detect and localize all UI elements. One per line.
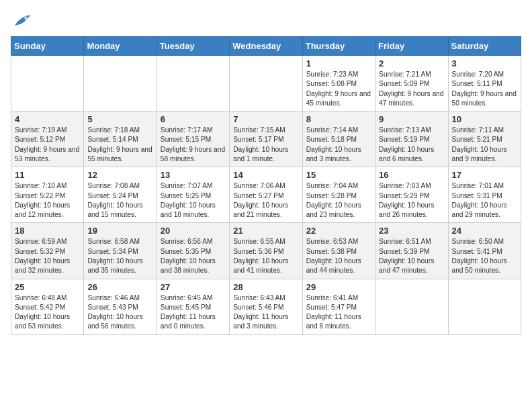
calendar-cell: 29Sunrise: 6:41 AM Sunset: 5:47 PM Dayli…: [302, 279, 375, 334]
day-info: Sunrise: 7:08 AM Sunset: 5:24 PM Dayligh…: [87, 181, 152, 220]
weekday-header: Friday: [375, 37, 448, 56]
day-number: 16: [379, 170, 444, 180]
calendar-cell: 19Sunrise: 6:58 AM Sunset: 5:34 PM Dayli…: [84, 223, 157, 279]
calendar-cell: 7Sunrise: 7:15 AM Sunset: 5:17 PM Daylig…: [230, 111, 302, 167]
day-info: Sunrise: 6:50 AM Sunset: 5:41 PM Dayligh…: [452, 237, 517, 275]
day-number: 15: [306, 170, 371, 180]
calendar-cell: 22Sunrise: 6:53 AM Sunset: 5:38 PM Dayli…: [302, 223, 375, 279]
logo: [11, 13, 31, 31]
calendar-table: SundayMondayTuesdayWednesdayThursdayFrid…: [11, 36, 521, 335]
weekday-header: Sunday: [11, 37, 84, 56]
day-number: 17: [452, 170, 517, 180]
day-number: 14: [233, 170, 298, 180]
day-number: 29: [306, 282, 371, 292]
calendar-cell: [375, 279, 448, 334]
calendar-cell: 27Sunrise: 6:45 AM Sunset: 5:45 PM Dayli…: [157, 279, 229, 334]
calendar-cell: [448, 279, 521, 334]
day-info: Sunrise: 7:23 AM Sunset: 5:08 PM Dayligh…: [306, 70, 371, 108]
day-number: 8: [306, 114, 371, 124]
calendar-cell: 6Sunrise: 7:17 AM Sunset: 5:15 PM Daylig…: [157, 111, 229, 167]
day-info: Sunrise: 7:10 AM Sunset: 5:22 PM Dayligh…: [15, 181, 80, 220]
day-number: 20: [161, 226, 226, 236]
day-info: Sunrise: 7:07 AM Sunset: 5:25 PM Dayligh…: [161, 181, 226, 220]
calendar-cell: 16Sunrise: 7:03 AM Sunset: 5:29 PM Dayli…: [375, 167, 448, 223]
calendar-cell: 15Sunrise: 7:04 AM Sunset: 5:28 PM Dayli…: [302, 167, 375, 223]
day-number: 5: [87, 114, 152, 124]
day-info: Sunrise: 7:20 AM Sunset: 5:11 PM Dayligh…: [452, 70, 517, 108]
day-info: Sunrise: 6:48 AM Sunset: 5:42 PM Dayligh…: [15, 293, 80, 332]
day-number: 21: [233, 226, 298, 236]
day-number: 18: [15, 226, 80, 236]
calendar-header-row: SundayMondayTuesdayWednesdayThursdayFrid…: [11, 37, 521, 56]
calendar-cell: [84, 56, 157, 111]
calendar-cell: 26Sunrise: 6:46 AM Sunset: 5:43 PM Dayli…: [84, 279, 157, 334]
calendar-week-row: 25Sunrise: 6:48 AM Sunset: 5:42 PM Dayli…: [11, 279, 521, 334]
day-info: Sunrise: 7:04 AM Sunset: 5:28 PM Dayligh…: [306, 181, 371, 220]
day-info: Sunrise: 6:46 AM Sunset: 5:43 PM Dayligh…: [87, 293, 152, 332]
day-info: Sunrise: 7:01 AM Sunset: 5:31 PM Dayligh…: [452, 181, 517, 220]
calendar-cell: 2Sunrise: 7:21 AM Sunset: 5:09 PM Daylig…: [375, 56, 448, 111]
day-number: 28: [233, 282, 298, 292]
calendar-week-row: 1Sunrise: 7:23 AM Sunset: 5:08 PM Daylig…: [11, 56, 521, 111]
day-info: Sunrise: 7:18 AM Sunset: 5:14 PM Dayligh…: [87, 126, 152, 164]
day-number: 23: [379, 226, 444, 236]
weekday-header: Tuesday: [157, 37, 229, 56]
day-info: Sunrise: 6:43 AM Sunset: 5:46 PM Dayligh…: [233, 293, 298, 332]
calendar-cell: 10Sunrise: 7:11 AM Sunset: 5:21 PM Dayli…: [448, 111, 521, 167]
day-info: Sunrise: 7:03 AM Sunset: 5:29 PM Dayligh…: [379, 181, 444, 220]
calendar-cell: 18Sunrise: 6:59 AM Sunset: 5:32 PM Dayli…: [11, 223, 84, 279]
calendar-cell: [157, 56, 229, 111]
calendar-cell: 13Sunrise: 7:07 AM Sunset: 5:25 PM Dayli…: [157, 167, 229, 223]
calendar-cell: 28Sunrise: 6:43 AM Sunset: 5:46 PM Dayli…: [230, 279, 302, 334]
day-number: 12: [87, 170, 152, 180]
calendar-cell: 24Sunrise: 6:50 AM Sunset: 5:41 PM Dayli…: [448, 223, 521, 279]
calendar-cell: 23Sunrise: 6:51 AM Sunset: 5:39 PM Dayli…: [375, 223, 448, 279]
day-info: Sunrise: 6:58 AM Sunset: 5:34 PM Dayligh…: [87, 237, 152, 275]
calendar-cell: 5Sunrise: 7:18 AM Sunset: 5:14 PM Daylig…: [84, 111, 157, 167]
calendar-cell: 20Sunrise: 6:56 AM Sunset: 5:35 PM Dayli…: [157, 223, 229, 279]
day-info: Sunrise: 7:19 AM Sunset: 5:12 PM Dayligh…: [15, 126, 80, 164]
calendar-cell: 12Sunrise: 7:08 AM Sunset: 5:24 PM Dayli…: [84, 167, 157, 223]
calendar-cell: 9Sunrise: 7:13 AM Sunset: 5:19 PM Daylig…: [375, 111, 448, 167]
day-number: 7: [233, 114, 298, 124]
day-number: 19: [87, 226, 152, 236]
weekday-header: Wednesday: [230, 37, 302, 56]
calendar-cell: [230, 56, 302, 111]
day-number: 27: [161, 282, 226, 292]
calendar-week-row: 18Sunrise: 6:59 AM Sunset: 5:32 PM Dayli…: [11, 223, 521, 279]
calendar-cell: 1Sunrise: 7:23 AM Sunset: 5:08 PM Daylig…: [302, 56, 375, 111]
day-info: Sunrise: 7:21 AM Sunset: 5:09 PM Dayligh…: [379, 70, 444, 108]
calendar-week-row: 11Sunrise: 7:10 AM Sunset: 5:22 PM Dayli…: [11, 167, 521, 223]
calendar-cell: 17Sunrise: 7:01 AM Sunset: 5:31 PM Dayli…: [448, 167, 521, 223]
day-info: Sunrise: 6:51 AM Sunset: 5:39 PM Dayligh…: [379, 237, 444, 275]
day-info: Sunrise: 6:45 AM Sunset: 5:45 PM Dayligh…: [161, 293, 226, 332]
day-number: 6: [161, 114, 226, 124]
day-info: Sunrise: 6:59 AM Sunset: 5:32 PM Dayligh…: [15, 237, 80, 275]
day-number: 22: [306, 226, 371, 236]
day-number: 9: [379, 114, 444, 124]
calendar-cell: [11, 56, 84, 111]
day-info: Sunrise: 7:14 AM Sunset: 5:18 PM Dayligh…: [306, 126, 371, 164]
day-number: 26: [87, 282, 152, 292]
calendar-cell: 11Sunrise: 7:10 AM Sunset: 5:22 PM Dayli…: [11, 167, 84, 223]
day-info: Sunrise: 6:55 AM Sunset: 5:36 PM Dayligh…: [233, 237, 298, 275]
logo-bird-icon: [12, 13, 31, 28]
day-number: 13: [161, 170, 226, 180]
calendar-week-row: 4Sunrise: 7:19 AM Sunset: 5:12 PM Daylig…: [11, 111, 521, 167]
day-number: 3: [452, 58, 517, 68]
calendar-cell: 3Sunrise: 7:20 AM Sunset: 5:11 PM Daylig…: [448, 56, 521, 111]
day-number: 1: [306, 58, 371, 68]
day-number: 25: [15, 282, 80, 292]
day-number: 10: [452, 114, 517, 124]
day-info: Sunrise: 7:17 AM Sunset: 5:15 PM Dayligh…: [161, 126, 226, 164]
day-number: 11: [15, 170, 80, 180]
day-info: Sunrise: 7:06 AM Sunset: 5:27 PM Dayligh…: [233, 181, 298, 220]
weekday-header: Thursday: [302, 37, 375, 56]
day-info: Sunrise: 6:41 AM Sunset: 5:47 PM Dayligh…: [306, 293, 371, 332]
day-info: Sunrise: 7:15 AM Sunset: 5:17 PM Dayligh…: [233, 126, 298, 164]
day-number: 4: [15, 114, 80, 124]
weekday-header: Monday: [84, 37, 157, 56]
day-info: Sunrise: 7:13 AM Sunset: 5:19 PM Dayligh…: [379, 126, 444, 164]
day-info: Sunrise: 6:56 AM Sunset: 5:35 PM Dayligh…: [161, 237, 226, 275]
day-info: Sunrise: 6:53 AM Sunset: 5:38 PM Dayligh…: [306, 237, 371, 275]
